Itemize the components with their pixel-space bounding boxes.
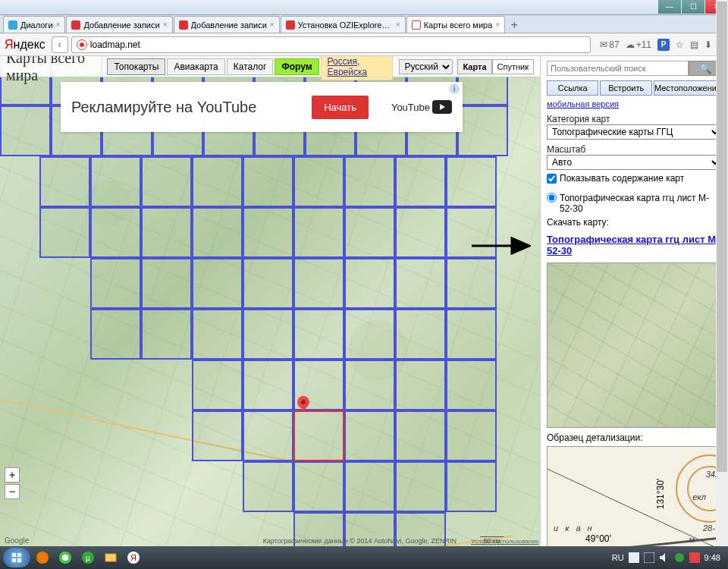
maptype-map[interactable]: Карта	[457, 59, 491, 74]
action-link-button[interactable]: Ссылка	[547, 80, 598, 96]
map-terms-link[interactable]: Условия использования	[471, 538, 538, 545]
scrollbar-thumb[interactable]	[717, 2, 727, 472]
svg-point-3	[62, 555, 68, 561]
category-label: Категория карт	[547, 114, 722, 124]
windows-taskbar: µ Я RU 9:48	[0, 546, 728, 569]
mobile-version-link[interactable]: мобильная версия	[547, 99, 619, 108]
back-button[interactable]: ‹	[52, 36, 68, 53]
browser-tab[interactable]: Диалоги×	[3, 16, 65, 33]
scale-select[interactable]: Авто	[547, 155, 722, 170]
browser-toolbar: Яндекс ‹ loadmap.net ✉ 87 ☁ +11 P ☆ ▤ ⬇ …	[0, 33, 728, 56]
tray-volume-icon[interactable]	[659, 552, 670, 563]
zoom-in-button[interactable]: +	[5, 467, 20, 483]
action-embed-button[interactable]: Встроить	[600, 80, 651, 96]
download-link[interactable]: Топографическая карта ггц лист M-52-30	[547, 234, 722, 256]
tab-favicon	[412, 20, 421, 30]
url-text: loadmap.net	[90, 39, 140, 50]
action-location-button[interactable]: Местоположение	[654, 80, 722, 96]
tab-close-icon[interactable]: ×	[396, 20, 400, 29]
map-attribution: Картографические данные © 2014 AutoNavi,…	[263, 537, 457, 545]
page-scrollbar[interactable]	[716, 0, 728, 569]
map-viewport[interactable]: Карты всего мира Топокарты Авиакарта Кат…	[0, 56, 540, 546]
parking-icon[interactable]: P	[657, 39, 670, 51]
tab-favicon	[286, 20, 295, 30]
ad-headline: Рекламируйте на YouTube	[71, 99, 312, 116]
tab-close-icon[interactable]: ×	[270, 20, 275, 29]
svg-point-1	[36, 552, 49, 564]
tab-favicon	[71, 20, 80, 30]
tray-action-icon[interactable]	[674, 552, 685, 563]
nav-aviamap[interactable]: Авиакарта	[167, 58, 224, 75]
tray-app-icon[interactable]	[689, 552, 700, 563]
map-selected-tile[interactable]	[293, 410, 344, 461]
ad-info-icon[interactable]: i	[449, 83, 460, 94]
tab-close-icon[interactable]: ×	[495, 20, 500, 29]
map-grid-overlay	[0, 77, 540, 546]
svg-rect-10	[644, 552, 654, 563]
tab-close-icon[interactable]: ×	[163, 20, 168, 29]
download-label: Скачать карту:	[547, 217, 722, 228]
tray-network-icon[interactable]	[644, 552, 654, 563]
browser-tab-active[interactable]: Карты всего мира×	[406, 16, 505, 33]
map-credit: Google	[5, 536, 29, 545]
star-icon[interactable]: ☆	[676, 39, 684, 50]
address-bar[interactable]: loadmap.net	[71, 36, 591, 53]
map-sheet-radio[interactable]: Топографическая карта ггц лист M-52-30	[547, 193, 722, 214]
svg-point-11	[675, 553, 684, 562]
browser-tab[interactable]: Добавление записи×	[174, 16, 280, 33]
tab-favicon	[179, 20, 188, 30]
weather-indicator[interactable]: ☁ +11	[626, 39, 651, 50]
nav-forum[interactable]: Форум	[275, 58, 318, 75]
scale-label: Масштаб	[547, 144, 722, 155]
maptype-satellite[interactable]: Спутник	[492, 59, 534, 74]
sidebar: 🔍 Ссылка Встроить Местоположение мобильн…	[540, 56, 728, 546]
nav-catalog[interactable]: Каталог	[227, 58, 274, 75]
tray-flag-icon[interactable]	[629, 552, 639, 563]
site-title: Карты всего мира	[6, 56, 96, 84]
browser-tab[interactable]: Добавление записи×	[66, 16, 172, 33]
bookmark-folder-icon[interactable]: ▤	[690, 39, 698, 50]
svg-text:Я: Я	[130, 553, 136, 562]
yandex-logo[interactable]: Яндекс	[5, 38, 46, 52]
taskbar-utorrent-icon[interactable]: µ	[77, 549, 99, 567]
map-marker-icon[interactable]	[297, 396, 309, 413]
site-favicon	[77, 39, 87, 50]
tab-favicon	[8, 20, 17, 30]
browser-tab[interactable]: Установка OZIExplorer от …×	[281, 16, 406, 33]
browser-tabstrip: Диалоги× Добавление записи× Добавление з…	[0, 15, 728, 33]
tray-clock[interactable]: 9:48	[704, 553, 720, 562]
detail-label: Образец детализации:	[547, 432, 722, 443]
language-select[interactable]: Русский	[399, 59, 453, 74]
zoom-out-button[interactable]: −	[5, 484, 20, 499]
category-select[interactable]: Топографические карты ГГЦ	[547, 124, 722, 140]
window-maximize-button[interactable]: ☐	[682, 0, 704, 14]
tray-language[interactable]: RU	[612, 553, 624, 562]
window-minimize-button[interactable]: —	[658, 0, 681, 14]
map-thumbnail[interactable]	[547, 262, 722, 428]
download-icon[interactable]: ⬇	[704, 39, 712, 50]
taskbar-explorer-icon[interactable]	[100, 549, 121, 567]
taskbar-firefox-icon[interactable]	[32, 549, 53, 567]
ad-cta-button[interactable]: Начать	[312, 96, 369, 119]
site-navbar: Карты всего мира Топокарты Авиакарта Кат…	[0, 56, 540, 77]
show-content-checkbox[interactable]: Показывать содержание карт	[547, 173, 722, 184]
annotation-arrow-icon	[470, 231, 531, 261]
mail-indicator[interactable]: ✉ 87	[600, 39, 619, 50]
youtube-logo: YouTube	[391, 100, 452, 114]
svg-rect-6	[105, 554, 116, 561]
ad-banner[interactable]: i Рекламируйте на YouTube Начать YouTube	[61, 82, 463, 132]
nav-topomaps[interactable]: Топокарты	[107, 58, 165, 75]
detail-sample-image: 49°00' 131°30' 342 екл и к а н Абрамовка…	[547, 446, 722, 546]
taskbar-yandex-icon[interactable]: Я	[123, 549, 144, 567]
google-search-input[interactable]	[547, 61, 689, 76]
tab-close-icon[interactable]: ×	[56, 20, 61, 29]
zoom-controls: + −	[5, 467, 20, 501]
start-button[interactable]	[3, 548, 30, 567]
svg-text:µ: µ	[86, 554, 90, 562]
nav-region[interactable]: Россия, Еврейска	[321, 56, 394, 80]
new-tab-button[interactable]: +	[506, 17, 522, 33]
youtube-icon	[432, 100, 452, 114]
window-titlebar: — ☐ ✕	[0, 0, 728, 15]
svg-rect-9	[629, 552, 639, 563]
taskbar-chrome-icon[interactable]	[55, 549, 76, 567]
